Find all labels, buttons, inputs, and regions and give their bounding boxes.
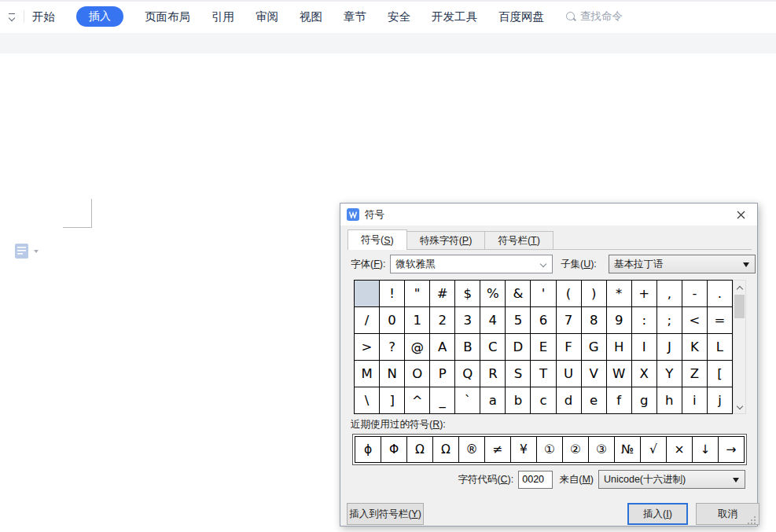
symbol-cell[interactable]: 3: [455, 307, 480, 333]
symbol-cell[interactable]: ;: [657, 307, 682, 333]
symbol-cell[interactable]: b: [506, 387, 530, 413]
recent-symbol-cell[interactable]: →: [719, 437, 744, 462]
symbol-cell[interactable]: 8: [582, 307, 606, 333]
close-button[interactable]: [730, 206, 751, 223]
tab-symbol-bar[interactable]: 符号栏(T): [485, 231, 553, 250]
recent-symbol-cell[interactable]: ③: [589, 437, 614, 462]
symbol-cell[interactable]: ,: [657, 281, 682, 306]
symbol-cell[interactable]: &: [506, 281, 530, 306]
symbol-cell[interactable]: f: [607, 387, 631, 413]
symbol-cell[interactable]: g: [632, 387, 656, 413]
ribbon-tab[interactable]: 视图: [300, 9, 322, 24]
symbol-cell[interactable]: G: [582, 334, 606, 360]
symbol-cell[interactable]: >: [355, 334, 379, 360]
ribbon-tab[interactable]: 引用: [211, 9, 234, 24]
symbol-cell[interactable]: Z: [682, 361, 707, 387]
symbol-cell[interactable]: 6: [531, 307, 555, 333]
recent-symbol-cell[interactable]: №: [615, 437, 640, 462]
recent-symbol-cell[interactable]: Ω: [407, 437, 432, 462]
symbol-cell[interactable]: E: [531, 334, 555, 360]
symbol-cell[interactable]: A: [430, 334, 454, 360]
symbol-cell[interactable]: -: [682, 281, 707, 306]
symbol-cell[interactable]: /: [355, 307, 379, 333]
symbol-cell[interactable]: c: [531, 387, 555, 413]
symbol-cell[interactable]: =: [708, 307, 732, 333]
symbol-cell[interactable]: M: [355, 361, 379, 387]
ribbon-tab[interactable]: 开发工具: [432, 9, 477, 24]
font-combobox[interactable]: 微软雅黑: [390, 255, 553, 273]
symbol-cell[interactable]: :: [632, 307, 656, 333]
ribbon-tab[interactable]: 百度网盘: [498, 9, 544, 24]
scroll-down-button[interactable]: [734, 400, 745, 413]
symbol-cell[interactable]: Q: [455, 361, 480, 387]
symbol-cell[interactable]: U: [557, 361, 581, 387]
ribbon-tab[interactable]: 章节: [344, 9, 366, 24]
symbol-cell[interactable]: +: [632, 281, 656, 306]
symbol-cell[interactable]: 1: [405, 307, 429, 333]
symbol-cell[interactable]: Y: [657, 361, 682, 387]
ribbon-tab[interactable]: 审阅: [256, 9, 278, 24]
symbol-cell[interactable]: 0: [380, 307, 404, 333]
recent-symbol-cell[interactable]: ≠: [485, 437, 510, 462]
recent-symbol-cell[interactable]: ①: [537, 437, 562, 462]
tab-symbols[interactable]: 符号(S): [348, 229, 407, 250]
dialog-titlebar[interactable]: 符号: [340, 204, 757, 226]
symbol-cell[interactable]: h: [657, 387, 682, 413]
resize-grip[interactable]: [748, 516, 756, 524]
symbol-cell[interactable]: e: [582, 387, 606, 413]
recent-symbol-cell[interactable]: ②: [563, 437, 588, 462]
recent-symbol-cell[interactable]: ¥: [511, 437, 536, 462]
symbol-cell[interactable]: 5: [506, 307, 530, 333]
symbol-cell[interactable]: i: [682, 387, 707, 413]
symbol-cell[interactable]: $: [455, 281, 480, 306]
recent-symbol-cell[interactable]: ®: [459, 437, 484, 462]
symbol-cell[interactable]: ): [582, 281, 606, 306]
symbol-cell[interactable]: a: [480, 387, 505, 413]
symbol-cell[interactable]: ]: [380, 387, 404, 413]
symbol-cell[interactable]: ^: [405, 387, 429, 413]
insert-button[interactable]: 插入(I): [627, 503, 688, 525]
tab-special-characters[interactable]: 特殊字符(P): [407, 231, 486, 250]
symbol-cell[interactable]: H: [607, 334, 631, 360]
insert-to-symbol-bar-button[interactable]: 插入到符号栏(Y): [347, 503, 424, 525]
symbol-cell[interactable]: S: [506, 361, 530, 387]
symbol-cell[interactable]: *: [607, 281, 631, 306]
recent-symbol-cell[interactable]: ×: [667, 437, 692, 462]
symbol-cell[interactable]: %: [480, 281, 505, 306]
recent-symbol-cell[interactable]: Ω: [433, 437, 458, 462]
symbol-cell[interactable]: X: [632, 361, 656, 387]
ribbon-tab[interactable]: 页面布局: [145, 9, 190, 24]
symbol-cell[interactable]: [: [708, 361, 732, 387]
symbol-cell[interactable]: J: [657, 334, 682, 360]
symbol-cell[interactable]: D: [506, 334, 530, 360]
symbol-cell[interactable]: `: [455, 387, 480, 413]
symbol-cell[interactable]: \: [355, 387, 379, 413]
symbol-cell[interactable]: B: [455, 334, 480, 360]
symbol-cell[interactable]: 4: [480, 307, 505, 333]
symbol-cell[interactable]: R: [480, 361, 505, 387]
from-combobox[interactable]: Unicode(十六进制): [598, 470, 745, 489]
symbol-cell[interactable]: 2: [430, 307, 454, 333]
recent-symbol-cell[interactable]: ϕ: [355, 437, 381, 462]
scrollbar-thumb[interactable]: [734, 295, 745, 318]
symbol-cell[interactable]: ': [531, 281, 555, 306]
ribbon-tab[interactable]: 插入: [76, 6, 123, 27]
symbol-cell[interactable]: #: [430, 281, 454, 306]
symbol-cell[interactable]: O: [405, 361, 429, 387]
symbol-cell[interactable]: ": [405, 281, 429, 306]
ribbon-collapse-button[interactable]: [0, 13, 24, 20]
symbol-cell[interactable]: j: [708, 387, 732, 413]
symbol-cell[interactable]: (: [557, 281, 581, 306]
symbol-cell[interactable]: ?: [380, 334, 404, 360]
symbol-cell[interactable]: I: [632, 334, 656, 360]
symbol-cell[interactable]: L: [708, 334, 732, 360]
symbol-cell[interactable]: d: [557, 387, 581, 413]
character-code-input[interactable]: [518, 471, 553, 489]
symbol-cell[interactable]: F: [557, 334, 581, 360]
navigation-widget[interactable]: [14, 243, 39, 259]
command-search[interactable]: 查找命令: [566, 9, 623, 24]
symbol-cell[interactable]: 9: [607, 307, 631, 333]
symbol-cell[interactable]: <: [682, 307, 707, 333]
recent-symbol-cell[interactable]: √: [641, 437, 666, 462]
scroll-up-button[interactable]: [734, 281, 745, 294]
